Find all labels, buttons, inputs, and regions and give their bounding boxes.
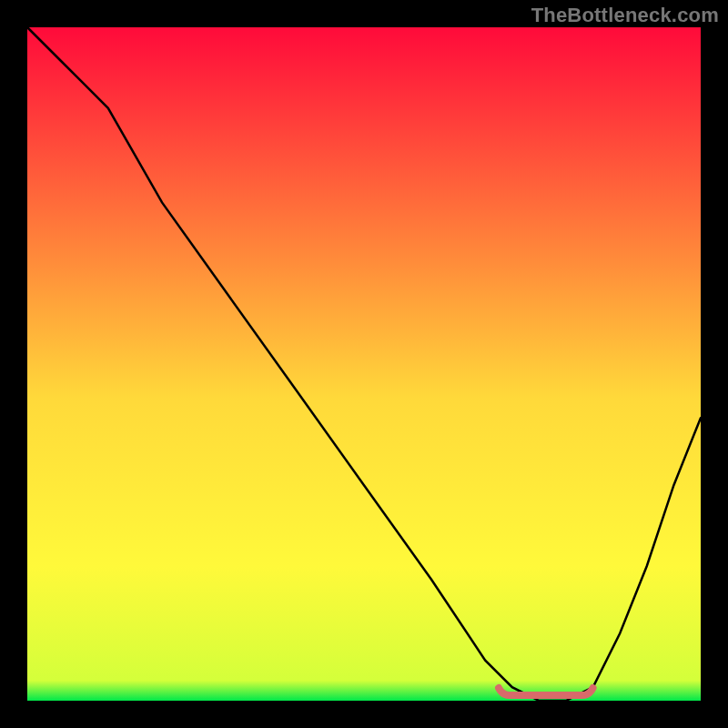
- chart-container: TheBottleneck.com: [0, 0, 728, 728]
- watermark-text: TheBottleneck.com: [531, 4, 719, 27]
- plot-background: [27, 27, 701, 701]
- bottleneck-chart: [0, 0, 728, 728]
